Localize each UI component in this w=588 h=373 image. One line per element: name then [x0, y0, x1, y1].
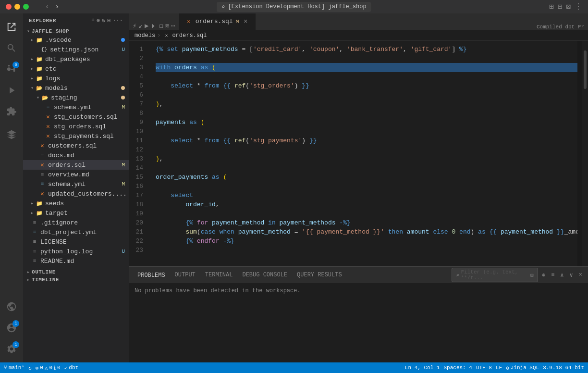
cursor-position-status[interactable]: Ln 4, Col 1 — [405, 365, 440, 371]
panel-copy-button[interactable]: ⊕ — [540, 271, 547, 280]
code-line-16 — [156, 182, 577, 191]
encoding-status[interactable]: UTF-8 — [476, 365, 492, 371]
problems-tab[interactable]: PROBLEMS — [133, 267, 170, 284]
run-on-click-icon[interactable]: ⚡ — [133, 22, 136, 30]
sidebar-item-project-root[interactable]: JAFFLE_SHOP — [23, 27, 129, 35]
code-editor[interactable]: 1234 5678 9101112 13141516 17181920 2122… — [129, 41, 588, 266]
sidebar-item-docs-md[interactable]: ≡ docs.md — [23, 150, 129, 160]
search-activity-icon[interactable] — [2, 38, 21, 58]
eol-status[interactable]: LF — [496, 365, 502, 371]
more-run-icon[interactable]: ⋯ — [171, 22, 175, 30]
panel-sort-button[interactable]: ≡ — [549, 271, 556, 279]
explorer-activity-icon[interactable] — [2, 17, 21, 37]
sidebar-item-orders-sql[interactable]: ✕ orders.sql M — [23, 160, 129, 170]
sidebar-item-stg-payments[interactable]: ✕ stg_payments.sql — [23, 131, 129, 141]
breadcrumb-file[interactable]: orders.sql — [172, 32, 207, 39]
spaces-status[interactable]: Spaces: 4 — [443, 365, 472, 371]
dbt-status[interactable]: ✓ dbt — [64, 365, 78, 371]
sidebar-item-readme[interactable]: ≡ README.md — [23, 256, 129, 266]
collapse-all-icon[interactable]: ⊟ — [108, 17, 111, 24]
nav-back-button[interactable]: ‹ — [43, 2, 51, 12]
new-folder-icon[interactable]: ⊕ — [97, 17, 100, 24]
sidebar-item-etc[interactable]: 📁 etc — [23, 64, 129, 74]
python-version-status[interactable]: 3.9.18 64-bit — [543, 365, 584, 371]
sidebar-item-updated-customers[interactable]: ✕ updated_customers.... U — [23, 189, 129, 199]
run-debug-activity-icon[interactable] — [2, 81, 21, 100]
code-line-14 — [156, 163, 577, 173]
errors-status[interactable]: ⊗ 0 △ 0 ℹ 0 — [36, 365, 61, 371]
sidebar-item-staging[interactable]: 📂 staging — [23, 93, 129, 102]
new-file-icon[interactable]: + — [91, 17, 95, 24]
etc-name: etc — [45, 65, 129, 73]
sidebar-section-outline[interactable]: OUTLINE — [23, 268, 129, 276]
minimize-button[interactable] — [14, 4, 20, 10]
sidebar-item-stg-customers[interactable]: ✕ stg_customers.sql — [23, 112, 129, 122]
output-tab[interactable]: OUTPUT — [170, 267, 200, 284]
nav-forward-button[interactable]: › — [53, 2, 61, 12]
breadcrumb-models[interactable]: models — [135, 32, 155, 39]
debug-console-tab[interactable]: DEBUG CONSOLE — [237, 267, 292, 284]
run-all-icon[interactable]: ⏵ — [150, 22, 157, 30]
github-activity-icon[interactable] — [2, 297, 21, 316]
code-line-11: select * from {{ ref('stg_payments') }} — [156, 136, 577, 145]
close-button[interactable] — [6, 4, 12, 10]
panel-down-button[interactable]: ∨ — [568, 271, 575, 280]
sidebar-item-gitignore[interactable]: ≡ .gitignore — [23, 218, 129, 227]
dbt-activity-icon[interactable] — [2, 125, 21, 144]
stop-icon[interactable]: ◻ — [159, 22, 163, 30]
orders-sql-tab[interactable]: ✕ orders.sql M × — [179, 13, 256, 30]
sidebar-section-timeline[interactable]: TIMELINE — [23, 276, 129, 284]
sidebar-item-dbt-project-yml[interactable]: ≡ dbt_project.yml — [23, 227, 129, 237]
format-icon[interactable]: ≋ — [165, 22, 169, 30]
sidebar-item-logs[interactable]: 📁 logs — [23, 74, 129, 83]
sidebar-item-settings-json[interactable]: {} settings.json U — [23, 45, 129, 54]
customize-layout-icon[interactable]: ⋮ — [575, 2, 582, 12]
refresh-icon[interactable]: ↻ — [102, 17, 105, 24]
sidebar-item-schema-yml-models[interactable]: ≡ schema.yml M — [23, 179, 129, 189]
run-icon[interactable]: ▶ — [145, 22, 148, 30]
panel-close-button[interactable]: × — [577, 271, 584, 279]
code-line-17: select — [156, 191, 577, 200]
sidebar-item-dbt-packages[interactable]: 📁 dbt_packages — [23, 54, 129, 64]
source-control-activity-icon[interactable]: 6 — [2, 60, 21, 79]
sidebar-item-target[interactable]: 📁 target — [23, 208, 129, 218]
settings-activity-icon[interactable]: 1 — [2, 339, 21, 359]
extensions-activity-icon[interactable] — [2, 102, 21, 121]
query-results-tab[interactable]: QUERY RESULTS — [292, 267, 347, 284]
maximize-button[interactable] — [23, 4, 29, 10]
breadcrumb-separator: › — [157, 32, 160, 39]
filter-options-icon[interactable]: ⊞ — [530, 272, 534, 278]
code-content[interactable]: {% set payment_methods = ['credit_card',… — [148, 41, 577, 266]
code-line-7: ), — [156, 99, 577, 109]
git-branch-status[interactable]: ⑂ main* — [4, 365, 24, 371]
terminal-tab[interactable]: TERMINAL — [200, 267, 238, 284]
code-line-20: {% for payment_method in payment_methods… — [156, 218, 577, 227]
sidebar-item-seeds[interactable]: 📁 seeds — [23, 199, 129, 208]
sync-status[interactable]: ↻ — [28, 365, 32, 371]
layout-icon[interactable]: ⊞ — [549, 2, 554, 12]
language-status[interactable]: ⚙ Jinja SQL — [506, 365, 539, 371]
prev-result-icon[interactable]: ↙ — [138, 22, 142, 30]
editor-scrollbar[interactable] — [582, 41, 588, 266]
sql-tab-file-icon: ✕ — [185, 18, 193, 25]
sidebar-item-license[interactable]: ≡ LICENSE — [23, 237, 129, 247]
panel-up-button[interactable]: ∧ — [558, 271, 565, 280]
titlebar-search[interactable]: ⌕ [Extension Development Host] jaffle_sh… — [217, 2, 371, 12]
sidebar-item-overview-md[interactable]: ≡ overview.md — [23, 170, 129, 179]
tab-close-button[interactable]: × — [242, 18, 249, 25]
sidebar-item-customers-sql[interactable]: ✕ customers.sql — [23, 141, 129, 150]
scrollbar-thumb[interactable] — [584, 50, 587, 89]
sidebar-item-stg-orders[interactable]: ✕ stg_orders.sql — [23, 122, 129, 131]
folder-chevron-icon — [31, 56, 34, 62]
panel-layout-icon[interactable]: ⊟ — [558, 2, 563, 12]
sidebar-project-label: JAFFLE_SHOP — [32, 28, 69, 34]
accounts-activity-icon[interactable]: 1 — [2, 318, 21, 337]
sidebar-item-vscode[interactable]: 📁 .vscode — [23, 35, 129, 45]
language-icon: ⚙ — [506, 365, 509, 371]
sidebar-item-python-log[interactable]: ≡ python_log.log U — [23, 247, 129, 256]
sidebar-item-models[interactable]: 📂 models — [23, 83, 129, 93]
panel-filter-input[interactable]: ⌕ Filter (e.g. text, **/t... ⊞ — [452, 268, 538, 282]
sidebar-item-schema-yml-staging[interactable]: ≡ schema.yml M — [23, 102, 129, 112]
more-actions-icon[interactable]: ··· — [113, 17, 123, 24]
split-editor-icon[interactable]: ⊠ — [566, 2, 571, 12]
